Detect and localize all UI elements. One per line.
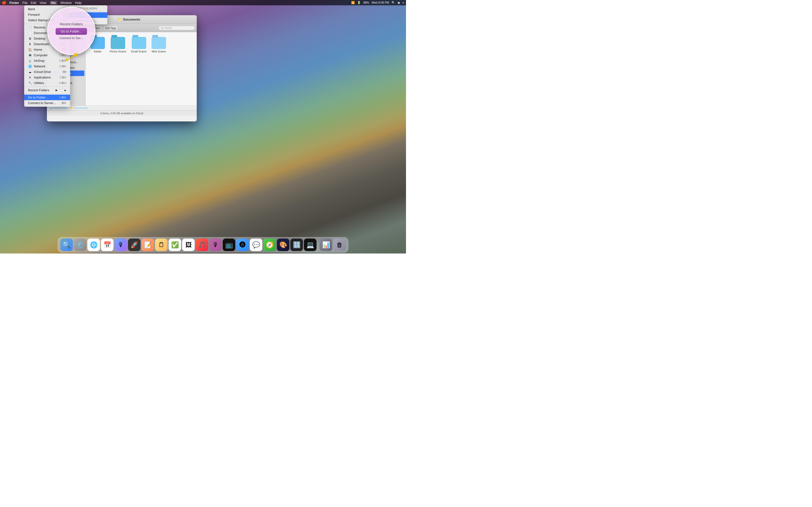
downloads-menu-label: Downloads <box>34 42 49 46</box>
dock-apple-tv[interactable]: 📺 <box>223 238 236 251</box>
downloads-menu-icon: ⬇ <box>28 43 32 46</box>
utilities-menu-label: Utilities <box>34 81 44 85</box>
safari-dock-icon: 🧭 <box>266 241 273 249</box>
breadcrumb-documents[interactable]: 📁 Documents <box>70 107 88 110</box>
separator-3 <box>24 94 70 94</box>
home-menu-label: Home <box>34 48 42 51</box>
applications-shortcut: ⇧⌘A <box>59 76 66 79</box>
icloud-menu-icon: ☁ <box>28 70 32 74</box>
documents-menu-icon: 📄 <box>28 32 32 35</box>
edit-tags-btn[interactable]: Edit Tags <box>103 26 118 30</box>
folder-adobe-label: Adobe <box>94 50 101 53</box>
settings-dock-icon: ⚙️ <box>77 241 84 249</box>
breadcrumb-separator: › <box>68 107 69 110</box>
home-menu-icon: 🏠 <box>28 48 32 51</box>
dock-rocket[interactable]: 🚀 <box>128 238 141 251</box>
menu-extras-icon[interactable]: ≡ <box>402 1 404 4</box>
dock-terminal[interactable]: 💻 <box>304 238 317 251</box>
magnifier-title: Recent Folders <box>60 22 83 26</box>
recents-label: Recents <box>34 25 45 29</box>
connect-server-label: Connect to Server... <box>28 101 56 105</box>
menubar: 🍎 Finder File Edit View Go Window Help 📶… <box>0 0 406 5</box>
network-menu-label: Network <box>34 64 45 68</box>
go-menu-applications[interactable]: A Applications ⇧⌘A <box>24 74 70 80</box>
go-menu-icloud[interactable]: ☁ iCloud Drive ⌘I <box>24 69 70 74</box>
finder-status-bar: 4 items, 4.06 GB available on iCloud <box>47 110 197 116</box>
music-dock-icon: 🎵 <box>198 241 206 249</box>
slack-dock-icon: 💬 <box>252 241 260 249</box>
menubar-help[interactable]: Help <box>75 1 82 5</box>
siri-icon[interactable]: ◉ <box>398 1 400 4</box>
menubar-window[interactable]: Window <box>60 1 71 5</box>
toolbar-search-box[interactable]: 🔍 Search <box>158 26 195 30</box>
clock: Wed 9:09 PM <box>372 1 389 4</box>
finder-status-text: 4 items, 4.06 GB available on iCloud <box>100 112 143 115</box>
folder-email-scams-label: Email Scams <box>131 50 146 53</box>
go-menu-recent-folders[interactable]: Recent Folders ▶ <box>24 88 70 93</box>
go-menu-go-to-folder[interactable]: Go to Folder... ⇧⌘G <box>24 95 70 100</box>
menubar-right: 📶 🔋 88% Wed 9:09 PM 🔍 ◉ ≡ <box>351 1 404 4</box>
dock-trash[interactable]: 🗑 <box>333 238 346 251</box>
folder-web-scams[interactable]: Web Scams <box>152 37 166 53</box>
wifi-icon: 📶 <box>351 1 355 4</box>
menubar-file[interactable]: File <box>22 1 28 5</box>
folder-icon: 📁 <box>118 18 122 21</box>
dock-podcasts[interactable]: 🎙 <box>209 238 222 251</box>
folder-email-scams-icon <box>132 37 146 49</box>
go-menu-network[interactable]: 🌐 Network ⇧⌘K <box>24 63 70 69</box>
breadcrumb-icloud[interactable]: ☁ iCloud Drive <box>49 107 67 110</box>
network-shortcut: ⇧⌘K <box>59 65 66 68</box>
dock-calculator[interactable]: 🔢 <box>291 238 303 251</box>
dock-finder[interactable]: 🔍 <box>60 238 73 251</box>
notefile-dock-icon: 📝 <box>144 241 152 249</box>
folder-email-scams[interactable]: Email Scams <box>131 37 146 53</box>
dock-calendar[interactable]: 📅 <box>101 238 114 251</box>
dock-stickies[interactable]: 🗒 <box>155 238 168 251</box>
magnifier-connect-label: Connect to Ser... <box>60 36 83 40</box>
dock-separator <box>318 241 318 251</box>
network-menu-icon: 🌐 <box>28 65 32 68</box>
folder-web-scams-icon <box>152 37 166 49</box>
icloud-menu-label: iCloud Drive <box>34 70 51 74</box>
dock-safari[interactable]: 🧭 <box>263 238 276 251</box>
dock-photoshop[interactable]: 🎨 <box>277 238 290 251</box>
menubar-go[interactable]: Go <box>50 1 57 5</box>
finder-files: Adobe Phone Scams Email Scams <box>86 32 197 106</box>
dock-system-preferences[interactable]: ⚙️ <box>74 238 87 251</box>
menubar-view[interactable]: View <box>40 1 46 5</box>
computer-menu-icon: 💻 <box>28 54 32 57</box>
dock-notefile[interactable]: 📝 <box>142 238 154 251</box>
go-menu-utilities[interactable]: 🔧 Utilities ⇧⌘U <box>24 80 70 86</box>
utilities-shortcut: ⇧⌘U <box>59 81 66 85</box>
appstore-dock-icon: 🅐 <box>240 241 246 249</box>
dock-siri[interactable]: 🎙 <box>114 238 127 251</box>
recents-menu-icon: 🕐 <box>28 26 32 29</box>
folder-phone-scams[interactable]: Phone Scams <box>110 37 126 53</box>
desktop-menu-label: Desktop <box>34 37 45 40</box>
calculator-dock-icon: 🔢 <box>293 241 301 249</box>
dock-reminders[interactable]: ✅ <box>169 238 181 251</box>
menubar-edit[interactable]: Edit <box>31 1 36 5</box>
applications-menu-icon: A <box>28 76 32 79</box>
photos-dock-icon: 🖼 <box>185 241 192 249</box>
rocket-dock-icon: 🚀 <box>131 241 138 249</box>
apple-menu-icon[interactable]: 🍎 <box>2 0 6 5</box>
magnifier-go-to-btn[interactable]: Go to Folder... <box>56 28 87 35</box>
go-menu-airdrop[interactable]: 📡 AirDrop ⇧⌘R <box>24 58 70 63</box>
dock-slack[interactable]: 💬 <box>250 238 262 251</box>
go-menu-connect-server[interactable]: Connect to Server... ⌘K <box>24 100 70 106</box>
dock-chrome[interactable]: 🌐 <box>88 238 100 251</box>
podcasts-dock-icon: 🎙 <box>212 241 219 249</box>
photoshop-dock-icon: 🎨 <box>280 241 287 249</box>
magnifier-overlay: Recent Folders Go to Folder... Connect t… <box>47 7 95 55</box>
dock-app-store[interactable]: 🅐 <box>236 238 249 251</box>
reminders-dock-icon: ✅ <box>171 241 179 249</box>
dock-photos[interactable]: 🖼 <box>182 238 195 251</box>
menubar-finder[interactable]: Finder <box>9 1 19 5</box>
back-label: Back <box>28 7 35 11</box>
go-to-folder-label: Go to Folder... <box>28 96 48 99</box>
dock-music[interactable]: 🎵 <box>196 238 208 251</box>
dock-unknown-app[interactable]: 📊 <box>320 238 332 251</box>
search-icon[interactable]: 🔍 <box>392 1 395 4</box>
applications-menu-label: Applications <box>34 75 51 79</box>
